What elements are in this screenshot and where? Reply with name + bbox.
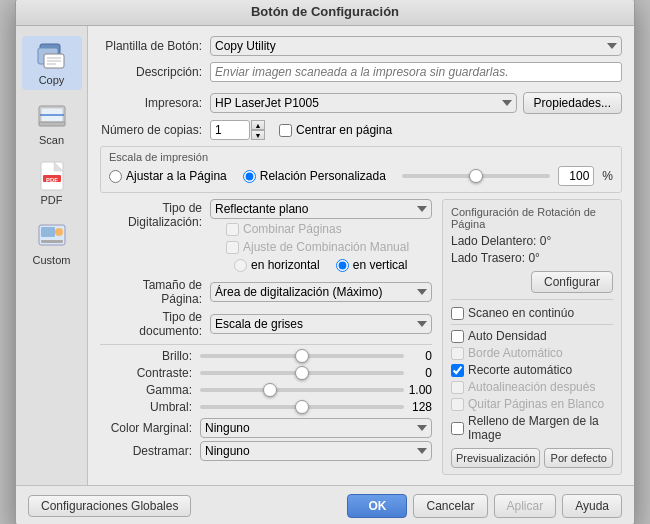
two-column-section: Tipo deDigitalización: Reflectante plano… (100, 199, 622, 475)
copias-input[interactable]: 1 (210, 120, 250, 140)
copias-stepper[interactable]: ▲ ▼ (251, 120, 265, 140)
destramar-label: Destramar: (100, 444, 200, 458)
horizontal-radio[interactable] (234, 259, 247, 272)
copias-down[interactable]: ▼ (251, 130, 265, 140)
recorte-label: Recorte automático (468, 363, 572, 377)
auto-densidad-label: Auto Densidad (468, 329, 547, 343)
ajustar-radio[interactable] (109, 170, 122, 183)
scale-radio-row: Ajustar a la Página Relación Personaliza… (109, 166, 613, 186)
scan-icon (36, 100, 68, 132)
sidebar-scan-label: Scan (39, 134, 64, 146)
scale-value-input[interactable]: 100 (558, 166, 594, 186)
sidebar-item-custom[interactable]: Custom (22, 216, 82, 270)
sidebar-copy-label: Copy (39, 74, 65, 86)
impresora-select[interactable]: HP LaserJet P1005 (210, 93, 517, 113)
cancelar-button[interactable]: Cancelar (413, 494, 487, 518)
brillo-slider[interactable] (200, 354, 404, 358)
lado-trasero: Lado Trasero: 0° (451, 251, 613, 265)
tipo-doc-label: Tipo dedocumento: (100, 310, 210, 338)
gamma-slider[interactable] (200, 388, 404, 392)
destramar-select[interactable]: Ninguno (200, 441, 432, 461)
umbral-slider[interactable] (200, 405, 404, 409)
plantilla-label: Plantilla de Botón: (100, 39, 210, 53)
sidebar-item-pdf[interactable]: PDF PDF (22, 156, 82, 210)
preview-buttons: Previsualización Por defecto (451, 448, 613, 468)
orientacion-row: en horizontal en vertical (234, 258, 432, 272)
ajustar-radio-group: Ajustar a la Página (109, 169, 227, 183)
copias-row: Número de copias: 1 ▲ ▼ Centrar en págin… (100, 120, 622, 140)
gamma-value: 1.00 (404, 383, 432, 397)
tipo-doc-select[interactable]: Escala de grises (210, 314, 432, 334)
horizontal-group: en horizontal (234, 258, 320, 272)
configuraciones-button[interactable]: Configuraciones Globales (28, 495, 191, 517)
sidebar-item-scan[interactable]: Scan (22, 96, 82, 150)
sidebar-item-copy[interactable]: Copy (22, 36, 82, 90)
percent-label: % (602, 169, 613, 183)
scale-slider[interactable] (402, 174, 551, 178)
lado-delantero: Lado Delantero: 0° (451, 234, 613, 248)
propiedades-button[interactable]: Propiedades... (523, 92, 622, 114)
plantilla-row: Plantilla de Botón: Copy Utility (100, 36, 622, 56)
borde-checkbox[interactable] (451, 347, 464, 360)
ok-button[interactable]: OK (347, 494, 407, 518)
combinar-checkbox[interactable] (226, 223, 239, 236)
tamano-select[interactable]: Área de digitalización (Máximo) (210, 282, 432, 302)
main-window: Botón de Configuración Copy (15, 0, 635, 524)
umbral-row: Umbral: 128 (100, 400, 432, 414)
contraste-slider[interactable] (200, 371, 404, 375)
left-column: Tipo deDigitalización: Reflectante plano… (100, 199, 432, 475)
svg-point-15 (55, 228, 63, 236)
scaneo-checkbox[interactable] (451, 307, 464, 320)
relacion-radio-group: Relación Personalizada (243, 169, 386, 183)
right-column: Configuración de Rotación de Página Lado… (442, 199, 622, 475)
combinar-label: Combinar Páginas (243, 222, 342, 236)
ayuda-button[interactable]: Ayuda (562, 494, 622, 518)
tipo-doc-row: Tipo dedocumento: Escala de grises (100, 310, 432, 338)
auto-densidad-row: Auto Densidad (451, 329, 613, 343)
color-marginal-row: Color Marginal: Ninguno (100, 418, 432, 438)
plantilla-select[interactable]: Copy Utility (210, 36, 622, 56)
relacion-label: Relación Personalizada (260, 169, 386, 183)
impresora-label: Impresora: (100, 96, 210, 110)
aplicar-button[interactable]: Aplicar (494, 494, 557, 518)
contraste-label: Contraste: (100, 366, 200, 380)
ajuste-manual-checkbox[interactable] (226, 241, 239, 254)
sidebar-custom-label: Custom (33, 254, 71, 266)
vertical-label: en vertical (353, 258, 408, 272)
relacion-radio[interactable] (243, 170, 256, 183)
relleno-checkbox[interactable] (451, 422, 464, 435)
titlebar: Botón de Configuración (16, 0, 634, 26)
auto-densidad-checkbox[interactable] (451, 330, 464, 343)
color-marginal-select[interactable]: Ninguno (200, 418, 432, 438)
brillo-label: Brillo: (100, 349, 200, 363)
quitar-label: Quitar Páginas en Blanco (468, 397, 604, 411)
tipo-digit-select[interactable]: Reflectante plano (210, 199, 432, 219)
centrar-checkbox[interactable] (279, 124, 292, 137)
descripcion-input[interactable] (210, 62, 622, 82)
copias-up[interactable]: ▲ (251, 120, 265, 130)
umbral-value: 128 (404, 400, 432, 414)
vertical-radio[interactable] (336, 259, 349, 272)
sidebar: Copy Scan (16, 26, 88, 485)
por-defecto-button[interactable]: Por defecto (544, 448, 613, 468)
copias-label: Número de copias: (100, 123, 210, 137)
previsualizacion-button[interactable]: Previsualización (451, 448, 540, 468)
tamano-label: Tamaño dePágina: (100, 278, 210, 306)
configurar-button[interactable]: Configurar (531, 271, 613, 293)
rotation-title: Configuración de Rotación de Página (451, 206, 613, 230)
ajuste-manual-label: Ajuste de Combinación Manual (243, 240, 409, 254)
tamano-row: Tamaño dePágina: Área de digitalización … (100, 278, 432, 306)
scaneo-label: Scaneo en continúo (468, 306, 574, 320)
centrar-label: Centrar en página (296, 123, 392, 137)
tipo-digit-label: Tipo deDigitalización: (100, 199, 210, 229)
svg-text:PDF: PDF (46, 177, 58, 183)
custom-icon (36, 220, 68, 252)
ajuste-manual-row: Ajuste de Combinación Manual (226, 240, 432, 254)
contraste-row: Contraste: 0 (100, 366, 432, 380)
autoalineacion-label: Autoalineación después (468, 380, 595, 394)
quitar-checkbox[interactable] (451, 398, 464, 411)
recorte-checkbox[interactable] (451, 364, 464, 377)
relleno-label: Relleno de Margen de la Image (468, 414, 613, 442)
autoalineacion-checkbox[interactable] (451, 381, 464, 394)
horizontal-label: en horizontal (251, 258, 320, 272)
